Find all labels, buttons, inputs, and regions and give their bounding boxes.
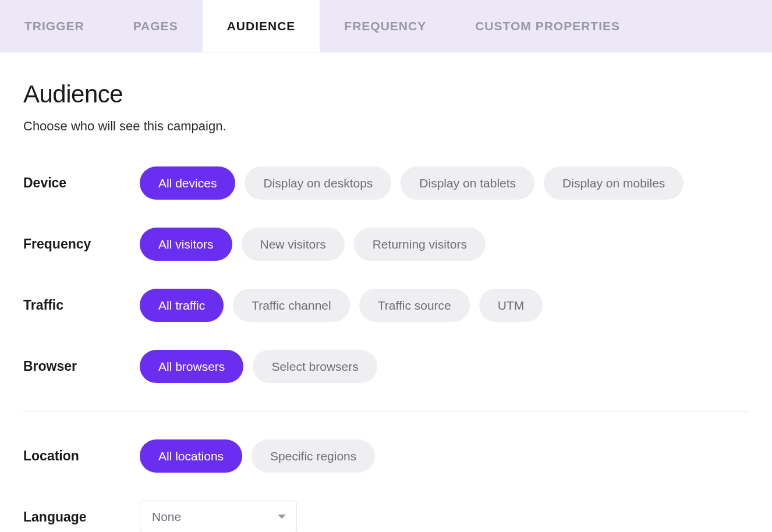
row-traffic: Traffic All traffic Traffic channel Traf…	[23, 289, 749, 322]
tabs-bar: TRIGGER PAGES AUDIENCE FREQUENCY CUSTOM …	[0, 0, 772, 52]
pill-frequency-returning[interactable]: Returning visitors	[354, 228, 486, 261]
pills-location: All locations Specific regions	[140, 439, 375, 473]
label-device: Device	[23, 175, 140, 191]
page-subtitle: Choose who will see this campaign.	[23, 119, 749, 134]
pill-location-specific[interactable]: Specific regions	[252, 439, 375, 473]
content-area: Audience Choose who will see this campai…	[0, 52, 772, 532]
page-title: Audience	[23, 80, 749, 108]
tab-trigger[interactable]: TRIGGER	[0, 0, 109, 52]
pill-frequency-new[interactable]: New visitors	[242, 228, 345, 261]
pill-traffic-all[interactable]: All traffic	[140, 289, 224, 322]
tab-frequency[interactable]: FREQUENCY	[320, 0, 451, 52]
language-select[interactable]: None	[140, 501, 297, 532]
row-device: Device All devices Display on desktops D…	[23, 166, 749, 200]
pill-device-tablets[interactable]: Display on tablets	[401, 166, 534, 200]
label-location: Location	[23, 448, 140, 464]
pill-location-all[interactable]: All locations	[140, 439, 242, 473]
pill-browser-all[interactable]: All browsers	[140, 350, 243, 383]
pill-browser-select[interactable]: Select browsers	[253, 350, 377, 383]
pill-device-all[interactable]: All devices	[140, 166, 235, 200]
label-browser: Browser	[23, 359, 140, 374]
label-language: Language	[23, 509, 140, 525]
tab-custom-properties[interactable]: CUSTOM PROPERTIES	[451, 0, 644, 52]
pill-device-mobiles[interactable]: Display on mobiles	[544, 166, 684, 200]
language-select-wrap: None	[140, 501, 297, 532]
pill-traffic-channel[interactable]: Traffic channel	[233, 289, 350, 322]
section-div-	[23, 411, 749, 412]
pills-browser: All browsers Select browsers	[140, 350, 377, 383]
pill-device-desktops[interactable]: Display on desktops	[245, 166, 391, 200]
label-traffic: Traffic	[23, 297, 140, 313]
row-location: Location All locations Specific regions	[23, 439, 749, 473]
row-browser: Browser All browsers Select browsers	[23, 350, 749, 383]
tab-audience[interactable]: AUDIENCE	[203, 0, 320, 52]
label-frequency: Frequency	[23, 236, 140, 252]
pills-frequency: All visitors New visitors Returning visi…	[140, 228, 486, 261]
tab-pages[interactable]: PAGES	[109, 0, 203, 52]
row-frequency: Frequency All visitors New visitors Retu…	[23, 228, 749, 261]
pill-traffic-source[interactable]: Traffic source	[359, 289, 470, 322]
pill-traffic-utm[interactable]: UTM	[479, 289, 543, 322]
row-language: Language None	[23, 501, 749, 532]
pills-device: All devices Display on desktops Display …	[140, 166, 684, 200]
pill-frequency-all[interactable]: All visitors	[140, 228, 232, 261]
pills-traffic: All traffic Traffic channel Traffic sour…	[140, 289, 543, 322]
